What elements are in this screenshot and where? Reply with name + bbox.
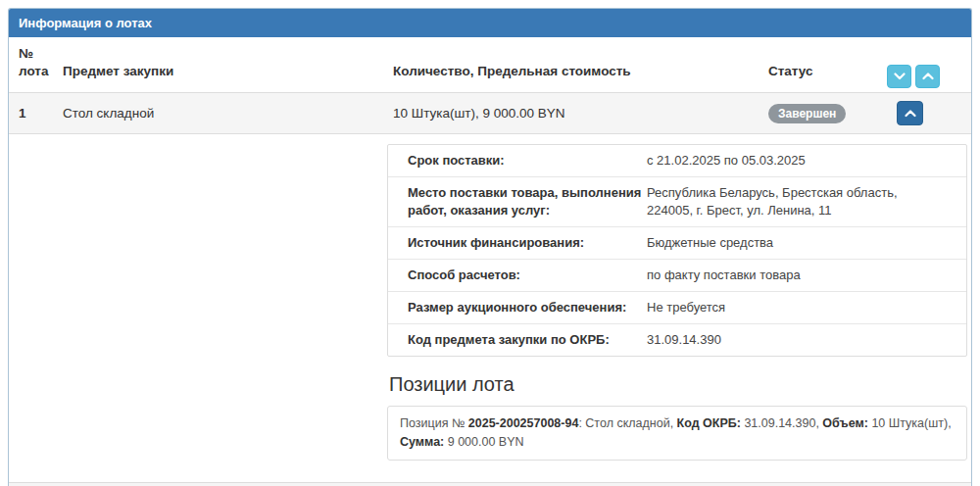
detail-label: Место поставки товара, выполнения работ,… — [408, 184, 647, 219]
detail-row-okrb-code: Код предмета закупки по ОКРБ: 31.09.14.3… — [388, 323, 966, 356]
position-subject: : Стол складной, — [578, 416, 676, 430]
lot-quantity: 10 Штука(шт), 9 000.00 BYN — [383, 97, 759, 130]
detail-value: по факту поставки товара — [647, 267, 801, 284]
detail-row-auction-security: Размер аукционного обеспечения: Не требу… — [388, 291, 966, 323]
lot-status-cell: Завершен — [759, 96, 887, 131]
detail-value: Республика Беларусь, Брестская область, … — [647, 184, 941, 219]
detail-label: Код предмета закупки по ОКРБ: — [408, 331, 647, 349]
position-sum-value: 9 000.00 BYN — [444, 435, 523, 449]
position-okrb-label: Код ОКРБ: — [677, 416, 741, 430]
detail-row-funding-source: Источник финансирования: Бюджетные средс… — [388, 226, 966, 259]
lot-number-header-line2: лота — [19, 64, 48, 78]
column-header-status: Статус — [759, 55, 887, 92]
table-header-row: № лота Предмет закупки Количество, Преде… — [9, 37, 971, 92]
detail-value: 31.09.14.390 — [647, 331, 721, 349]
position-item: Позиция № 2025-200257008-94: Стол складн… — [387, 406, 967, 461]
expand-all-button[interactable] — [915, 65, 940, 88]
detail-value: Бюджетные средства — [647, 234, 773, 252]
detail-row-delivery-period: Срок поставки: с 21.02.2025 по 05.03.202… — [388, 145, 966, 176]
chevron-down-icon — [894, 73, 906, 80]
lot-row-1: 1 Стол складной 10 Штука(шт), 9 000.00 B… — [9, 92, 971, 133]
lot-subject: Стол складной — [53, 97, 383, 130]
detail-value: Не требуется — [647, 299, 725, 316]
position-volume-value: 10 Штука(шт), — [868, 416, 952, 430]
position-okrb-value: 31.09.14.390, — [741, 416, 822, 430]
positions-title: Позиции лота — [389, 372, 967, 396]
column-header-quantity: Количество, Предельная стоимость — [383, 55, 759, 92]
detail-row-payment-method: Способ расчетов: по факту поставки товар… — [388, 259, 966, 291]
position-sum-label: Сумма: — [400, 435, 444, 449]
position-prefix: Позиция № — [400, 416, 468, 430]
chevron-up-icon — [922, 73, 934, 80]
lot-expand-cell — [887, 93, 971, 133]
detail-value: с 21.02.2025 по 05.03.2025 — [647, 152, 806, 170]
position-number: 2025-200257008-94 — [468, 416, 579, 430]
column-header-subject: Предмет закупки — [53, 55, 383, 92]
lot-row-2: 2 Стол складной 2 Штука(шт), 2 040.08 BY… — [9, 482, 971, 486]
column-header-lot-number: № лота — [9, 37, 53, 92]
detail-row-delivery-place: Место поставки товара, выполнения работ,… — [388, 176, 966, 226]
collapse-all-button[interactable] — [887, 65, 911, 88]
detail-label: Размер аукционного обеспечения: — [408, 299, 647, 316]
lots-info-panel: Информация о лотах № лота Предмет закупк… — [8, 8, 972, 486]
panel-title: Информация о лотах — [9, 9, 971, 37]
chevron-up-icon — [905, 110, 916, 118]
status-badge: Завершен — [768, 104, 846, 123]
sort-controls — [887, 65, 971, 92]
lot-number-header-line1: № — [19, 46, 33, 61]
detail-label: Срок поставки: — [408, 152, 647, 170]
position-volume-label: Объем: — [822, 416, 868, 430]
collapse-lot-button[interactable] — [897, 101, 923, 125]
detail-label: Источник финансирования: — [408, 234, 647, 252]
lot-detail-table: Срок поставки: с 21.02.2025 по 05.03.202… — [387, 144, 967, 357]
lot-number: 1 — [9, 97, 53, 130]
lot-detail-section: Срок поставки: с 21.02.2025 по 05.03.202… — [9, 133, 971, 482]
detail-label: Способ расчетов: — [408, 267, 647, 284]
